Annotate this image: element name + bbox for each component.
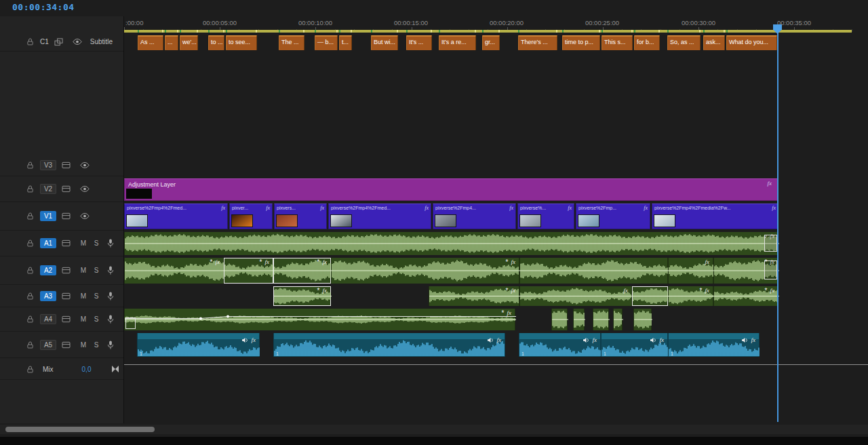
audio-clip[interactable]: *fx xyxy=(124,258,224,284)
subtitle-clip[interactable]: to see... xyxy=(226,35,257,50)
lock-icon[interactable] xyxy=(26,37,35,46)
solo-button[interactable]: S xyxy=(93,292,100,300)
lock-icon[interactable] xyxy=(26,292,35,301)
track-target-badge[interactable]: A2 xyxy=(40,265,56,275)
audio-clip[interactable]: fx1 xyxy=(601,333,668,357)
subtitle-clip[interactable]: — b... xyxy=(315,35,338,50)
audio-clip[interactable]: *fx xyxy=(124,309,515,330)
video-clip[interactable]: pixver...fx xyxy=(229,204,273,229)
audio-clip[interactable]: fx xyxy=(668,258,713,284)
source-patch-icon[interactable] xyxy=(62,161,71,169)
track-target-badge[interactable]: A3 xyxy=(40,291,56,301)
mute-button[interactable]: M xyxy=(80,292,87,300)
subtitle-clip[interactable]: What do you... xyxy=(726,35,777,50)
lock-icon[interactable] xyxy=(26,365,35,374)
subtitle-clip[interactable]: we'... xyxy=(180,35,198,50)
eye-icon[interactable] xyxy=(80,185,90,193)
mic-icon[interactable] xyxy=(107,341,114,349)
audio-clip[interactable]: *fx xyxy=(273,286,331,306)
mic-icon[interactable] xyxy=(107,315,114,324)
audio-clip[interactable]: *fx xyxy=(713,258,778,284)
audio-clip[interactable] xyxy=(633,309,652,330)
audio-clip[interactable]: *fx xyxy=(273,258,331,284)
solo-button[interactable]: S xyxy=(93,267,100,274)
subtitle-clip[interactable]: for b... xyxy=(634,35,660,50)
solo-button[interactable]: S xyxy=(93,315,100,323)
source-patch-icon[interactable] xyxy=(62,212,71,220)
subtitle-clip[interactable]: ... xyxy=(165,35,178,50)
video-clip[interactable]: pixverse%2Fmp4%2Fmedia%2Fw...fx xyxy=(652,204,778,229)
video-clip[interactable]: pixverse%2Fmp4...fx xyxy=(433,204,516,229)
subtitle-clip[interactable]: gr... xyxy=(482,35,500,50)
eye-icon[interactable] xyxy=(73,38,82,45)
track-target-badge[interactable]: V2 xyxy=(40,184,56,194)
track-target-badge[interactable]: V1 xyxy=(40,211,56,221)
mute-button[interactable]: M xyxy=(80,341,87,349)
eye-icon[interactable] xyxy=(80,212,90,220)
audio-clip[interactable]: fx1 xyxy=(137,333,260,357)
subtitle-clip[interactable]: As ... xyxy=(138,35,163,50)
mic-icon[interactable] xyxy=(107,266,114,275)
horizontal-scrollbar[interactable] xyxy=(0,425,868,434)
track-target-badge[interactable]: A1 xyxy=(40,238,56,248)
source-patch-icon[interactable] xyxy=(62,341,71,349)
subtitle-clip[interactable]: It's ... xyxy=(406,35,432,50)
audio-clip[interactable]: fx1 xyxy=(668,333,760,357)
eye-icon[interactable] xyxy=(80,161,90,169)
lock-icon[interactable] xyxy=(26,239,35,248)
audio-clip[interactable]: *fx xyxy=(713,286,778,306)
solo-button[interactable]: S xyxy=(93,341,100,349)
lock-icon[interactable] xyxy=(26,212,35,220)
mic-icon[interactable] xyxy=(107,292,114,301)
source-patch-icon[interactable] xyxy=(62,239,71,247)
source-patch-icon[interactable] xyxy=(62,292,71,300)
audio-clip[interactable] xyxy=(632,286,668,306)
adjustment-layer-clip[interactable]: Adjustment Layerfx xyxy=(124,178,778,201)
subtitle-clip[interactable]: t... xyxy=(339,35,352,50)
keyframe-toggle-icon[interactable] xyxy=(111,366,119,372)
subtitle-clip[interactable]: This s... xyxy=(601,35,633,50)
subtitle-clip[interactable]: It's a re... xyxy=(439,35,476,50)
lock-icon[interactable] xyxy=(26,266,35,275)
subtitle-clip[interactable]: There's ... xyxy=(518,35,557,50)
subtitle-clip[interactable]: So, as ... xyxy=(667,35,701,50)
subtitle-clip[interactable]: The ... xyxy=(279,35,304,50)
audio-clip[interactable] xyxy=(519,258,668,284)
video-clip[interactable]: pixverse%...fx xyxy=(517,204,574,229)
mic-icon[interactable] xyxy=(107,239,114,248)
video-clip[interactable]: pixverse%2Fmp4%2Fmed...fx xyxy=(124,204,228,229)
mix-value[interactable]: 0,0 xyxy=(82,366,92,373)
lock-icon[interactable] xyxy=(26,341,35,349)
audio-clip[interactable]: fx xyxy=(519,286,632,306)
mute-button[interactable]: M xyxy=(80,267,87,274)
track-target-badge[interactable]: A5 xyxy=(40,340,56,350)
mute-button[interactable]: M xyxy=(80,239,87,247)
scrollbar-thumb[interactable] xyxy=(5,427,155,432)
source-patch-icon[interactable] xyxy=(62,315,71,323)
audio-clip[interactable]: ♪fx xyxy=(124,232,778,255)
lock-icon[interactable] xyxy=(26,185,35,193)
audio-clip[interactable]: *fx xyxy=(331,258,519,284)
lock-icon[interactable] xyxy=(26,161,35,170)
audio-clip[interactable] xyxy=(593,309,609,330)
video-clip[interactable]: pixvers...fx xyxy=(274,204,327,229)
subtitle-clip[interactable]: ask... xyxy=(703,35,725,50)
track-target-badge[interactable]: A4 xyxy=(40,314,56,324)
source-patch-icon[interactable] xyxy=(62,267,71,274)
subtitle-clip[interactable]: time to p... xyxy=(562,35,600,50)
video-clip[interactable]: pixverse%2Fmp...fx xyxy=(576,204,650,229)
audio-clip[interactable]: *fx xyxy=(668,286,713,306)
lock-icon[interactable] xyxy=(26,315,35,324)
mute-button[interactable]: M xyxy=(80,315,87,323)
audio-clip[interactable]: *fx xyxy=(224,258,273,284)
video-clip[interactable]: pixverse%2Fmp4%2Fmed...fx xyxy=(328,204,431,229)
track-output-icon[interactable] xyxy=(54,38,63,46)
playhead-line[interactable] xyxy=(777,30,778,422)
audio-clip[interactable] xyxy=(613,309,623,330)
audio-clip[interactable] xyxy=(573,309,585,330)
audio-clip[interactable]: fx1 xyxy=(273,333,505,357)
subtitle-clip[interactable]: But wi... xyxy=(371,35,398,50)
audio-clip[interactable] xyxy=(551,309,568,330)
track-target-badge[interactable]: V3 xyxy=(40,160,56,170)
audio-clip[interactable]: *fx xyxy=(429,286,519,306)
